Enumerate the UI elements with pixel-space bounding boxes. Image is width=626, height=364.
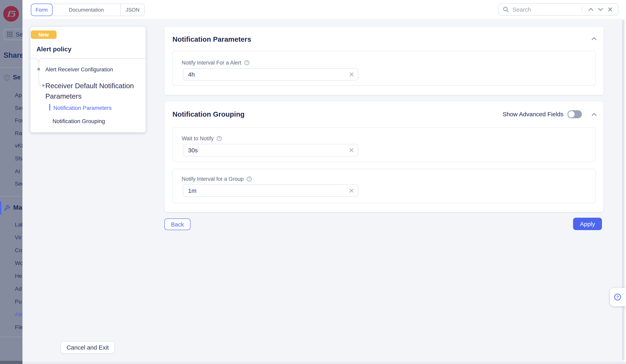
section-notification-parameters: Notification Parameters Notify Interval … xyxy=(164,27,604,95)
wizard-nav-panel: New Alert policy Alert Receiver Configur… xyxy=(31,27,146,132)
search-bar xyxy=(498,3,618,16)
sidebar-section-security[interactable]: Se xyxy=(0,74,22,81)
tab-documentation[interactable]: Documentation xyxy=(52,4,120,16)
field-label-row: Notify Interval For a Alert ? xyxy=(182,60,249,66)
search-input[interactable] xyxy=(512,6,580,13)
cancel-and-exit-button[interactable]: Cancel and Exit xyxy=(61,341,115,354)
wizard-title: Alert policy xyxy=(37,45,71,53)
svg-text:?: ? xyxy=(218,137,220,140)
sidebar-divider xyxy=(0,67,22,68)
show-advanced-toggle[interactable] xyxy=(567,110,582,118)
input-value: 30s xyxy=(188,147,349,153)
help-icon[interactable]: ? xyxy=(244,60,249,65)
sidebar-item-security-2[interactable]: For xyxy=(15,117,22,123)
wrench-icon xyxy=(4,204,10,211)
f5-logo[interactable]: f5 xyxy=(3,6,19,22)
notify-interval-group-input[interactable]: 1m xyxy=(183,184,358,197)
view-tab-group: Form Documentation JSON xyxy=(31,4,145,16)
sidebar-footer-band xyxy=(0,361,22,364)
sidebar-item-security-0[interactable]: Ap xyxy=(15,92,22,98)
sidebar-item-security-1[interactable]: Ser xyxy=(15,105,22,111)
bottom-edge-band xyxy=(22,362,626,364)
svg-text:?: ? xyxy=(616,295,619,299)
collapse-chevron-icon[interactable] xyxy=(591,36,597,41)
sidebar-item-manage-3[interactable]: Wo xyxy=(15,260,22,266)
clear-icon[interactable] xyxy=(349,188,354,193)
search-icon xyxy=(503,6,509,12)
wizard-step-receiver-configuration[interactable]: Alert Receiver Configuration xyxy=(45,66,113,72)
scrollbar-gutter xyxy=(624,19,626,364)
service-selector-label: Se xyxy=(16,31,22,38)
field-group: Notify Interval for a Group ? 1m xyxy=(172,169,596,203)
toggle-knob xyxy=(568,111,575,117)
notify-interval-alert-input[interactable]: 4h xyxy=(183,68,358,81)
clear-icon[interactable] xyxy=(349,72,354,76)
section-notification-grouping: Notification Grouping Show Advanced Fiel… xyxy=(164,101,604,212)
search-divider xyxy=(582,6,582,13)
sidebar-item-security-3[interactable]: Rat xyxy=(15,130,22,136)
sidebar-item-security-4[interactable]: vK8 xyxy=(15,142,22,149)
service-selector[interactable]: Se xyxy=(4,29,22,40)
help-icon[interactable]: ? xyxy=(246,176,252,182)
wizard-step-receiver-default[interactable]: Receiver Default Notification Parameters xyxy=(45,80,140,101)
apply-button[interactable]: Apply xyxy=(573,218,602,230)
sidebar-divider xyxy=(0,337,22,337)
tree-connector-line xyxy=(38,61,42,86)
field-group: Notify Interval For a Alert ? 4h xyxy=(172,51,596,86)
back-button[interactable]: Back xyxy=(164,218,191,230)
collapse-chevron-icon[interactable] xyxy=(591,111,597,117)
advanced-fields-label: Show Advanced Fields xyxy=(503,111,563,117)
help-button[interactable]: ? xyxy=(610,288,626,306)
sidebar-item-manage-5[interactable]: Ad xyxy=(15,286,22,292)
input-value: 4h xyxy=(188,71,349,78)
svg-text:?: ? xyxy=(246,61,248,64)
section-title: Notification Parameters xyxy=(172,35,251,43)
clear-icon[interactable] xyxy=(349,148,354,152)
sidebar-section-manage[interactable]: Ma xyxy=(0,204,22,211)
workspace-title: Share xyxy=(4,51,22,60)
sidebar-item-security-5[interactable]: Sha xyxy=(15,155,22,162)
wizard-step-notification-parameters[interactable]: Notification Parameters xyxy=(53,105,112,111)
field-label: Notify Interval for a Group xyxy=(182,176,244,182)
svg-text:?: ? xyxy=(248,177,250,181)
field-label-row: Wait to Notify ? xyxy=(182,136,222,142)
sidebar-item-manage-2[interactable]: Co xyxy=(15,247,22,253)
wait-to-notify-input[interactable]: 30s xyxy=(183,144,358,156)
sidebar-item-manage-0[interactable]: Lab xyxy=(15,221,22,228)
wizard-divider-notch xyxy=(36,56,41,61)
search-prev-icon[interactable] xyxy=(586,5,595,14)
help-icon[interactable]: ? xyxy=(217,136,222,141)
tree-arrow-icon xyxy=(42,84,45,87)
tab-json[interactable]: JSON xyxy=(120,4,144,16)
wizard-step-notification-grouping[interactable]: Notification Grouping xyxy=(52,118,105,124)
grid-icon xyxy=(7,31,13,37)
wizard-divider xyxy=(31,58,146,59)
field-label-row: Notify Interval for a Group ? xyxy=(182,176,252,182)
search-close-icon[interactable] xyxy=(605,5,615,14)
tab-form[interactable]: Form xyxy=(31,4,52,16)
app-viewport: Form Documentation JSON f5 xyxy=(0,0,626,364)
new-badge: New xyxy=(31,31,56,39)
field-group: Wait to Notify ? 30s xyxy=(172,127,596,162)
sidebar-item-manage-1[interactable]: Vir xyxy=(15,234,22,241)
sidebar-item-manage-4[interactable]: He xyxy=(15,273,22,279)
sidebar-item-manage-alerts[interactable]: Ale xyxy=(15,311,22,318)
shield-icon xyxy=(4,74,10,81)
scrollbar-thumb[interactable] xyxy=(622,20,624,360)
advanced-fields-row: Show Advanced Fields xyxy=(503,110,582,118)
input-value: 1m xyxy=(188,187,349,194)
help-question-icon: ? xyxy=(614,293,621,301)
tree-bullet-icon xyxy=(37,68,40,71)
sidebar-item-security-7[interactable]: Sec xyxy=(15,181,22,187)
sidebar-item-manage-8[interactable]: File xyxy=(15,324,22,330)
sidebar-divider xyxy=(0,196,22,196)
active-step-indicator xyxy=(49,104,50,111)
sidebar-item-manage-6[interactable]: Pu xyxy=(15,298,22,305)
field-label: Wait to Notify xyxy=(182,136,214,142)
section-title: Notification Grouping xyxy=(172,110,245,119)
sidebar-item-security-6[interactable]: AI xyxy=(15,168,20,174)
field-label: Notify Interval For a Alert xyxy=(182,60,241,66)
left-sidebar: f5 Se Share Se Ap Ser For xyxy=(0,0,22,364)
search-next-icon[interactable] xyxy=(595,5,605,14)
